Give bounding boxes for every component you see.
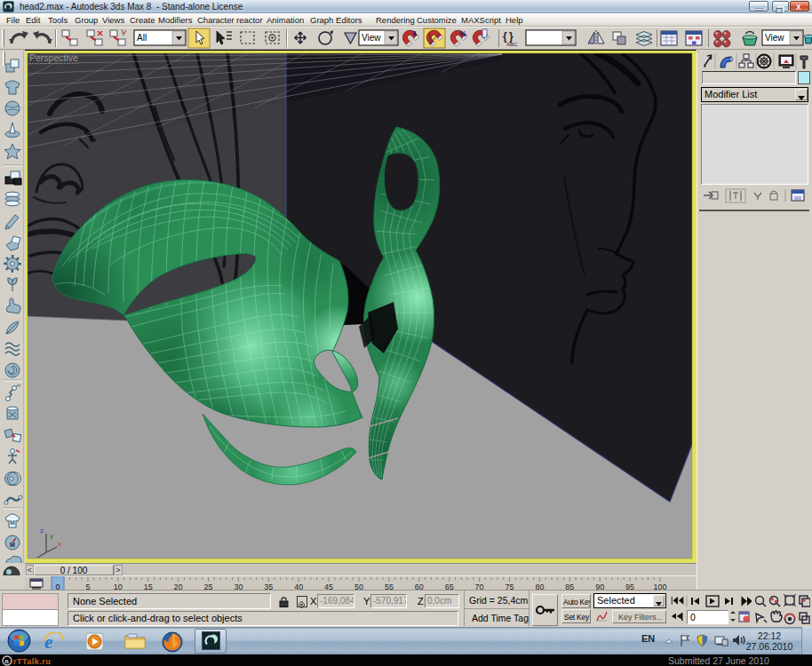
- svg-text:y: y: [50, 532, 53, 540]
- svg-text:3: 3: [412, 29, 417, 37]
- svg-text:View: View: [765, 33, 784, 43]
- svg-text:M: M: [10, 519, 15, 526]
- svg-text:a: a: [4, 657, 9, 665]
- svg-text:{ }: { }: [503, 30, 513, 43]
- svg-text:x: x: [58, 540, 61, 548]
- svg-text:%: %: [459, 29, 466, 38]
- svg-text:All: All: [137, 33, 147, 43]
- svg-text:M: M: [10, 542, 15, 548]
- svg-text:rTTalk.ru: rTTalk.ru: [13, 657, 51, 666]
- svg-text:View: View: [362, 33, 381, 43]
- svg-text:Perspective: Perspective: [29, 52, 78, 63]
- svg-text:ABC: ABC: [506, 42, 518, 47]
- svg-text:z: z: [40, 527, 44, 535]
